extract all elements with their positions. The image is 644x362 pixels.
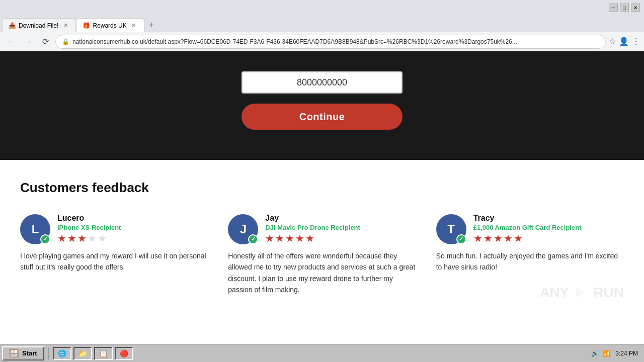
page-content: Continue Customers feedback L ✓ Lucero i… — [0, 51, 644, 362]
maximize-button[interactable]: □ — [620, 4, 629, 12]
reviewer-header-lucero: L ✓ Lucero iPhone XS Recipient ★ ★ ★ ★ ★ — [20, 214, 208, 244]
minimize-button[interactable]: ─ — [609, 4, 618, 12]
title-bar: ─ □ ✕ — [0, 0, 644, 15]
feedback-title: Customers feedback — [20, 180, 624, 196]
avatar-jay: J ✓ — [228, 214, 258, 244]
reviewer-header-tracy: T ✓ Tracy £1,000 Amazon Gift Card Recipi… — [436, 214, 624, 244]
explorer-icon: 📁 — [78, 349, 87, 357]
window-controls[interactable]: ─ □ ✕ — [609, 4, 640, 12]
forward-button[interactable]: → — [21, 35, 35, 49]
verified-badge-lucero: ✓ — [40, 234, 50, 244]
reviewer-info-jay: Jay DJI Mavic Pro Drone Recipient ★ ★ ★ … — [265, 214, 360, 244]
taskbar-item-notepad[interactable]: 📋 — [94, 347, 113, 360]
reviewer-info-tracy: Tracy £1,000 Amazon Gift Card Recipient … — [473, 214, 582, 244]
ie-icon: 🌐 — [58, 349, 66, 357]
reviewer-header-jay: J ✓ Jay DJI Mavic Pro Drone Recipient ★ … — [228, 214, 416, 244]
phone-input-wrapper — [242, 71, 403, 94]
review-text-tracy: So much fun. I actually enjoyed the game… — [436, 250, 624, 273]
tab-favicon-rewards: 🎁 — [83, 22, 90, 29]
tab-label-rewards: Rewards UK — [93, 22, 126, 29]
lock-icon: 🔒 — [62, 38, 69, 45]
reviewer-prize-tracy: £1,000 Amazon Gift Card Recipient — [473, 224, 582, 231]
review-card-jay: J ✓ Jay DJI Mavic Pro Drone Recipient ★ … — [228, 214, 416, 296]
reviewer-info-lucero: Lucero iPhone XS Recipient ★ ★ ★ ★ ★ — [57, 214, 121, 244]
close-button[interactable]: ✕ — [631, 4, 640, 12]
notepad-icon: 📋 — [99, 349, 108, 357]
review-card-tracy: T ✓ Tracy £1,000 Amazon Gift Card Recipi… — [436, 214, 624, 296]
tab-close-rewards[interactable]: ✕ — [130, 22, 138, 30]
nav-bar: ← → ⟳ 🔒 nationalconsumerhub.co.uk/defaul… — [0, 32, 644, 51]
menu-icon[interactable]: ⋮ — [632, 37, 640, 46]
stars-jay: ★ ★ ★ ★ ★ — [265, 232, 360, 244]
verified-badge-tracy: ✓ — [456, 234, 466, 244]
taskbar-item-explorer[interactable]: 📁 — [73, 347, 92, 360]
feedback-section: Customers feedback L ✓ Lucero iPhone XS … — [0, 160, 644, 326]
volume-icon[interactable]: 🔊 — [591, 350, 599, 357]
start-label: Start — [22, 349, 37, 357]
back-button[interactable]: ← — [4, 35, 18, 49]
taskbar-divider — [48, 347, 49, 359]
address-text: nationalconsumerhub.co.uk/default.aspx?F… — [72, 38, 599, 45]
taskbar-right: 🔊 📶 3:24 PM — [591, 350, 642, 357]
tab-label-download: Download File! — [19, 22, 58, 29]
reviewer-name-tracy: Tracy — [473, 214, 582, 223]
new-tab-button[interactable]: + — [144, 18, 158, 32]
taskbar: 🪟 Start 🌐 📁 📋 🔴 🔊 📶 3:24 PM — [0, 344, 644, 362]
taskbar-item-chrome[interactable]: 🔴 — [115, 347, 133, 360]
review-text-jay: Honestly all of the offers were wonderfu… — [228, 250, 416, 296]
continue-button[interactable]: Continue — [242, 104, 403, 130]
sys-tray: 🔊 📶 — [591, 350, 610, 357]
reviewer-name-lucero: Lucero — [57, 214, 121, 223]
review-card-lucero: L ✓ Lucero iPhone XS Recipient ★ ★ ★ ★ ★ — [20, 214, 208, 296]
network-icon[interactable]: 📶 — [603, 350, 610, 357]
tab-close-download[interactable]: ✕ — [61, 22, 69, 30]
tabs-bar: 📥 Download File! ✕ 🎁 Rewards UK ✕ + — [0, 15, 644, 32]
tab-download[interactable]: 📥 Download File! ✕ — [2, 18, 76, 32]
reviews-grid: L ✓ Lucero iPhone XS Recipient ★ ★ ★ ★ ★ — [20, 214, 624, 296]
stars-tracy: ★ ★ ★ ★ ★ — [473, 232, 582, 244]
tab-rewards[interactable]: 🎁 Rewards UK ✕ — [76, 18, 144, 32]
chrome-icon: 🔴 — [120, 349, 128, 357]
reviewer-prize-lucero: iPhone XS Recipient — [57, 224, 121, 231]
tab-favicon-download: 📥 — [9, 22, 16, 29]
stars-lucero: ★ ★ ★ ★ ★ — [57, 232, 121, 244]
reload-button[interactable]: ⟳ — [38, 35, 52, 49]
reviewer-name-jay: Jay — [265, 214, 360, 223]
clock: 3:24 PM — [615, 350, 638, 357]
start-icon: 🪟 — [9, 348, 19, 358]
start-button[interactable]: 🪟 Start — [2, 346, 44, 360]
hero-section: Continue — [0, 51, 644, 160]
address-bar[interactable]: 🔒 nationalconsumerhub.co.uk/default.aspx… — [55, 35, 606, 49]
taskbar-item-ie[interactable]: 🌐 — [53, 347, 71, 360]
verified-badge-jay: ✓ — [248, 234, 258, 244]
avatar-lucero: L ✓ — [20, 214, 50, 244]
reviewer-prize-jay: DJI Mavic Pro Drone Recipient — [265, 224, 360, 231]
browser-chrome: ─ □ ✕ 📥 Download File! ✕ 🎁 Rewards UK ✕ … — [0, 0, 644, 51]
bookmark-icon[interactable]: ☆ — [609, 37, 616, 46]
phone-input[interactable] — [242, 71, 403, 94]
review-text-lucero: I love playing games and my reward I wil… — [20, 250, 208, 273]
avatar-tracy: T ✓ — [436, 214, 466, 244]
user-icon[interactable]: 👤 — [619, 37, 629, 46]
